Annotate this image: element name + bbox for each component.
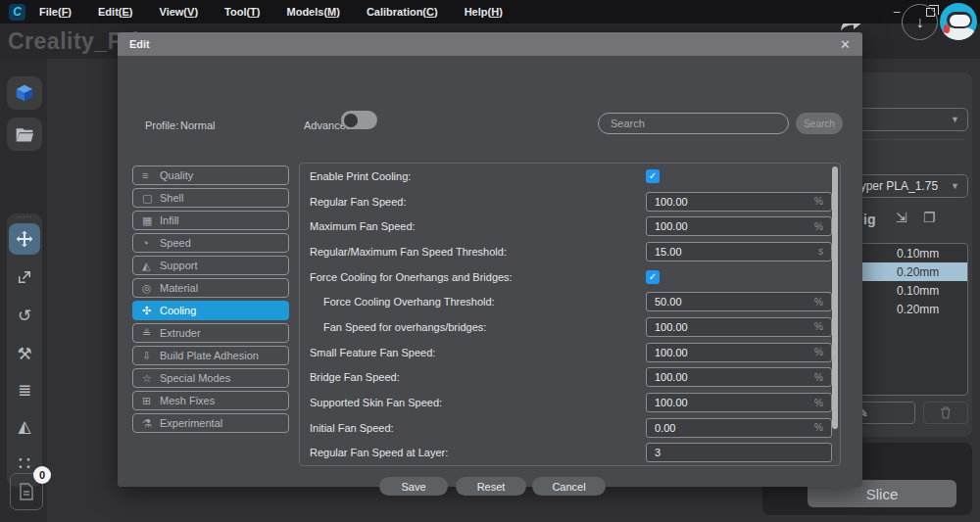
list-icon: ≣ [18, 380, 31, 401]
special-modes-icon: ☆ [142, 372, 160, 385]
category-support[interactable]: ◭Support [132, 256, 289, 275]
category-label: Mesh Fixes [160, 395, 215, 406]
setting-unit: % [814, 221, 831, 232]
build-plate-adhesion-icon: ⇩ [142, 350, 160, 362]
category-special-modes[interactable]: ☆Special Modes [132, 368, 289, 388]
scrollbar-thumb[interactable] [832, 166, 838, 429]
hammer-icon: ⚒ [17, 344, 31, 364]
rotate-tool-button[interactable]: ↺ [9, 300, 40, 331]
category-label: Infill [160, 214, 179, 226]
setting-label: Regular Fan Speed at Layer: [300, 447, 448, 458]
settings-panel: Enable Print Cooling:✓Regular Fan Speed:… [299, 163, 841, 466]
dialog-close-button[interactable]: ✕ [840, 37, 851, 52]
import-config-icon[interactable]: ⇲ [896, 210, 907, 225]
export-config-icon[interactable]: ❐ [923, 210, 936, 225]
save-button[interactable]: Save [379, 477, 448, 496]
setting-checkbox[interactable]: ✓ [646, 270, 660, 284]
category-extruder[interactable]: ≗Extruder [132, 323, 289, 343]
setting-value: 50.00 [647, 296, 682, 308]
user-avatar[interactable] [940, 3, 977, 40]
cooling-icon: ✣ [142, 305, 160, 317]
setting-input[interactable]: 50.00% [646, 292, 832, 311]
setting-checkbox[interactable]: ✓ [646, 169, 660, 183]
menu-edit[interactable]: Edit(E) [98, 6, 132, 18]
setting-input[interactable]: 100.00% [646, 367, 832, 387]
setting-value: 15.00 [647, 246, 682, 258]
reset-button[interactable]: Reset [456, 477, 526, 496]
category-label: Shell [160, 192, 183, 204]
menu-calibration[interactable]: Calibration(C) [367, 6, 438, 18]
delete-profile-button[interactable] [923, 402, 968, 424]
advanced-toggle[interactable] [341, 111, 377, 129]
setting-unit: % [814, 196, 831, 207]
setting-label: Force Cooling for Onerhangs and Bridges: [300, 271, 513, 283]
setting-input[interactable]: 100.00% [646, 192, 832, 212]
setting-label: Regular/Maximum Fan Speed Threshold: [300, 246, 507, 258]
setting-input[interactable]: 100.00% [646, 393, 832, 412]
setting-unit: % [814, 321, 831, 332]
category-cooling[interactable]: ✣Cooling [132, 301, 289, 320]
setting-input[interactable]: 15.00s [646, 242, 832, 261]
drag-handle[interactable]: ····· [7, 214, 42, 221]
menu-view[interactable]: View(V) [160, 6, 199, 18]
category-material[interactable]: ◎Material [132, 278, 289, 298]
chevron-down-icon: ▼ [951, 181, 959, 191]
category-shell[interactable]: ▢Shell [132, 188, 289, 208]
setting-value: 100.00 [647, 397, 688, 408]
layer-height: 0.20mm [871, 303, 967, 316]
category-experimental[interactable]: ⚗Experimental [132, 413, 289, 433]
setting-row: Maximum Fan Speed:100.00% [300, 214, 840, 239]
layer-height: 0.20mm [871, 265, 967, 279]
support-icon: ◭ [18, 416, 30, 437]
category-label: Experimental [160, 417, 222, 429]
category-quality[interactable]: ≡Quality [132, 166, 289, 185]
tool-group: ····· ↺ ⚒ ≣ ◭ ∷ [7, 214, 42, 487]
toggle-knob [344, 114, 358, 127]
search-button[interactable]: Search [796, 113, 843, 134]
infill-icon: ▦ [142, 214, 160, 227]
setting-label: Regular Fan Speed: [300, 196, 406, 208]
category-speed[interactable]: ◔Speed [132, 233, 289, 253]
trash-icon [940, 406, 952, 419]
setting-row: Supported Skin Fan Speed:100.00% [300, 390, 840, 415]
setting-label: Initial Fan Speed: [300, 422, 394, 434]
category-label: Build Plate Adhesion [160, 350, 259, 361]
setting-input[interactable]: 100.00% [646, 317, 832, 337]
category-mesh-fixes[interactable]: ⊞Mesh Fixes [132, 391, 289, 410]
search-input[interactable] [598, 113, 789, 134]
lay-flat-tool-button[interactable]: ⚒ [9, 338, 40, 369]
setting-input[interactable]: 100.00% [646, 343, 832, 362]
category-infill[interactable]: ▦Infill [132, 211, 289, 230]
setting-value: 100.00 [647, 347, 688, 358]
app-logo-icon: C [9, 4, 25, 21]
chevron-down-icon: ▼ [951, 115, 959, 124]
setting-input[interactable]: 0.00% [646, 418, 832, 438]
open-file-button[interactable] [7, 118, 42, 151]
profile-value: Normal [180, 119, 215, 131]
menu-models[interactable]: Models(M) [287, 6, 340, 18]
setting-row: Force Cooling for Onerhangs and Bridges:… [300, 264, 840, 290]
cancel-button[interactable]: Cancel [532, 477, 606, 496]
category-label: Extruder [160, 327, 201, 339]
support-tool-button[interactable]: ◭ [9, 410, 40, 442]
download-button[interactable]: ↓ [902, 4, 938, 40]
category-label: Cooling [160, 305, 196, 316]
scale-tool-button[interactable] [9, 261, 40, 293]
category-build-plate-adhesion[interactable]: ⇩Build Plate Adhesion [132, 346, 289, 365]
model-library-button[interactable] [7, 76, 42, 110]
setting-input[interactable]: 100.00% [646, 216, 832, 236]
setting-row: Force Cooling Overhang Threshold:50.00% [300, 289, 840, 314]
menu-file[interactable]: File(F) [39, 6, 72, 18]
move-tool-button[interactable] [9, 223, 40, 255]
setting-unit: % [814, 372, 831, 383]
menu-help[interactable]: Help(H) [465, 6, 503, 18]
setting-input[interactable]: 3 [646, 443, 832, 462]
speed-icon: ◔ [142, 237, 160, 249]
setting-label: Fan Speed for overhangs/bridges: [300, 321, 486, 333]
dialog-title-bar[interactable]: Edit ✕ [118, 32, 862, 56]
menu-tool[interactable]: Tool(T) [224, 6, 260, 18]
setting-label: Bridge Fan Speed: [300, 371, 400, 383]
material-icon: ◎ [142, 282, 160, 295]
move-icon [15, 229, 34, 249]
object-list-button[interactable]: ≣ [9, 374, 40, 405]
